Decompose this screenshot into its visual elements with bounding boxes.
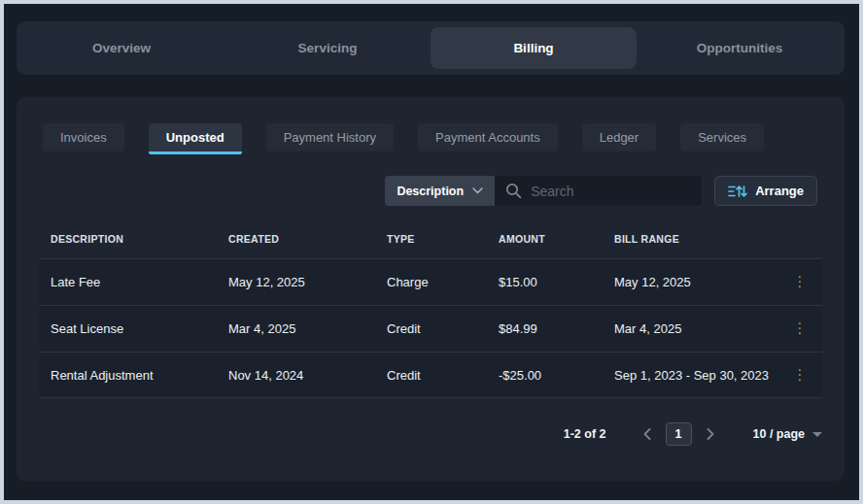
subtab-ledger[interactable]: Ledger — [582, 123, 656, 151]
cell-created: Mar 4, 2025 — [217, 321, 375, 336]
filter-toolbar: Description Arrange — [17, 176, 817, 206]
table-row: Late Fee May 12, 2025 Charge $15.00 May … — [39, 258, 822, 305]
billing-sub-tab-bar: Invoices Unposted Payment History Paymen… — [43, 123, 845, 151]
pagination-bar: 1-2 of 2 1 10 / page — [17, 422, 822, 446]
subtab-invoices[interactable]: Invoices — [43, 123, 124, 151]
row-actions-kebab-icon[interactable]: ⋮ — [787, 364, 813, 386]
pagination-range-text: 1-2 of 2 — [564, 427, 606, 441]
cell-description: Late Fee — [39, 275, 217, 289]
cell-type: Credit — [375, 368, 487, 383]
main-tab-bar: Overview Servicing Billing Opportunities — [17, 21, 845, 75]
tab-opportunities[interactable]: Opportunities — [637, 27, 843, 69]
pagination-prev-button[interactable] — [638, 424, 657, 444]
subtab-payment-history[interactable]: Payment History — [266, 123, 394, 151]
row-actions-kebab-icon[interactable]: ⋮ — [787, 318, 813, 340]
search-icon — [505, 183, 522, 199]
arrange-sort-icon — [728, 185, 747, 198]
tab-billing[interactable]: Billing — [431, 27, 637, 69]
search-field-selector[interactable]: Description — [385, 176, 495, 206]
column-header-created: CREATED — [217, 233, 375, 245]
caret-down-icon — [812, 432, 822, 437]
pagination-next-button[interactable] — [701, 424, 720, 444]
arrange-button[interactable]: Arrange — [714, 176, 817, 206]
cell-type: Credit — [375, 321, 487, 336]
search-field-selector-value: Description — [397, 185, 464, 198]
subtab-payment-accounts[interactable]: Payment Accounts — [418, 123, 558, 151]
cell-created: Nov 14, 2024 — [217, 368, 375, 383]
search-input[interactable] — [531, 184, 676, 199]
tab-servicing[interactable]: Servicing — [224, 27, 431, 69]
cell-type: Charge — [375, 275, 487, 289]
cell-amount: $84.99 — [487, 321, 603, 336]
subtab-unposted[interactable]: Unposted — [149, 123, 242, 151]
table-row: Seat License Mar 4, 2025 Credit $84.99 M… — [39, 305, 822, 352]
cell-amount: $15.00 — [487, 275, 603, 289]
table-header-row: DESCRIPTION CREATED TYPE AMOUNT BILL RAN… — [39, 219, 822, 258]
arrange-button-label: Arrange — [755, 184, 804, 198]
billing-panel: Invoices Unposted Payment History Paymen… — [17, 97, 845, 481]
column-header-description: DESCRIPTION — [39, 233, 217, 245]
cell-bill-range: Mar 4, 2025 — [603, 321, 777, 336]
column-header-amount: AMOUNT — [487, 233, 603, 245]
app-window: Overview Servicing Billing Opportunities… — [0, 0, 863, 504]
pagination-page-1-button[interactable]: 1 — [666, 422, 692, 446]
chevron-left-icon — [643, 428, 651, 440]
cell-created: May 12, 2025 — [217, 275, 375, 289]
tab-overview[interactable]: Overview — [18, 27, 224, 69]
subtab-services[interactable]: Services — [680, 123, 764, 151]
page-size-value: 10 / page — [753, 427, 806, 441]
cell-bill-range: Sep 1, 2023 - Sep 30, 2023 — [603, 368, 777, 383]
column-header-type: TYPE — [375, 233, 487, 245]
cell-description: Rental Adjustment — [39, 368, 217, 383]
chevron-right-icon — [707, 428, 714, 440]
search-box — [495, 176, 702, 206]
table-row: Rental Adjustment Nov 14, 2024 Credit -$… — [39, 352, 822, 398]
row-actions-kebab-icon[interactable]: ⋮ — [787, 271, 813, 293]
cell-amount: -$25.00 — [487, 368, 603, 383]
chevron-down-icon — [472, 187, 483, 194]
unposted-table: DESCRIPTION CREATED TYPE AMOUNT BILL RAN… — [39, 219, 822, 398]
page-size-selector[interactable]: 10 / page — [753, 427, 823, 441]
cell-description: Seat License — [39, 321, 217, 336]
cell-bill-range: May 12, 2025 — [603, 275, 777, 289]
column-header-bill-range: BILL RANGE — [603, 233, 777, 245]
